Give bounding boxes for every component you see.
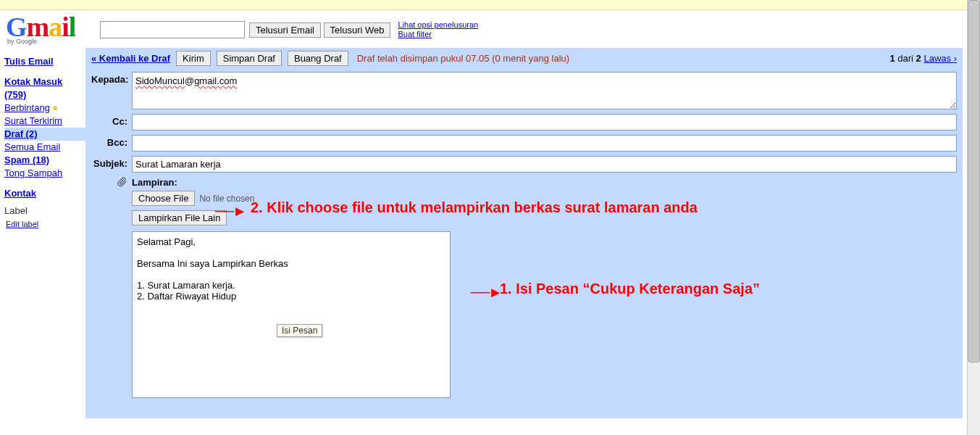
send-button[interactable]: Kirim xyxy=(176,51,211,66)
pager-mid: dari xyxy=(895,53,916,64)
search-input[interactable] xyxy=(100,21,245,38)
to-field[interactable]: SidoMuncul@gmail.com xyxy=(132,72,957,109)
annotation-arrow-2: ──► xyxy=(215,203,246,220)
bcc-field[interactable] xyxy=(132,135,957,152)
compose-toolbar: « Kembali ke Draf Kirim Simpan Draf Buan… xyxy=(85,48,963,69)
discard-draft-button[interactable]: Buang Draf xyxy=(288,51,348,66)
pager: 1 dari 2 Lawas › xyxy=(889,53,957,64)
attachment-heading: Lampiran: xyxy=(132,177,177,188)
search-email-button[interactable]: Telusuri Email xyxy=(249,22,321,38)
annotation-text-2: 2. Klik choose file untuk melampirkan be… xyxy=(251,199,698,216)
no-file-chosen-text: No file chosen xyxy=(199,194,254,204)
spam-link[interactable]: Spam (18) xyxy=(4,154,85,167)
isi-pesan-tooltip: Isi Pesan xyxy=(277,324,322,337)
compose-link[interactable]: Tulis Email xyxy=(4,55,85,68)
bcc-label: Bcc: xyxy=(91,135,132,148)
allmail-link[interactable]: Semua Email xyxy=(4,141,85,154)
labels-heading: Label xyxy=(4,204,85,218)
body-horizontal-scrollbar[interactable] xyxy=(132,398,451,411)
pager-total: 2 xyxy=(916,53,921,64)
top-notice-bar xyxy=(0,0,967,10)
to-label: Kepada: xyxy=(91,72,132,85)
subject-field[interactable] xyxy=(132,156,957,173)
annotation-arrow-1: ──► xyxy=(471,284,501,301)
paperclip-icon xyxy=(117,177,127,189)
content-area: « Kembali ke Draf Kirim Simpan Draf Buan… xyxy=(85,48,967,418)
back-to-drafts-link[interactable]: « Kembali ke Draf xyxy=(91,53,170,64)
contacts-link[interactable]: Kontak xyxy=(4,187,85,200)
trash-link[interactable]: Tong Sampah xyxy=(4,167,85,180)
cc-label: Cc: xyxy=(91,114,132,127)
draft-saved-status: Draf telah disimpan pukul 07.05 (0 menit… xyxy=(357,53,569,64)
star-icon: ★ xyxy=(51,104,59,112)
page-scrollbar-thumb[interactable] xyxy=(968,0,980,362)
search-web-button[interactable]: Telusuri Web xyxy=(324,22,391,38)
attach-another-file-button[interactable]: Lampirkan File Lain xyxy=(132,210,227,225)
subject-label: Subjek: xyxy=(91,156,132,169)
drafts-link[interactable]: Draf (2) xyxy=(4,128,85,141)
annotation-text-1: 1. Isi Pesan “Cukup Keterangan Saja” xyxy=(500,281,760,297)
show-search-options-link[interactable]: Lihat opsi penelusuran xyxy=(398,20,478,30)
choose-file-button[interactable]: Choose File xyxy=(132,191,195,206)
edit-label-link[interactable]: Edit label xyxy=(6,218,85,231)
create-filter-link[interactable]: Buat filter xyxy=(398,30,478,39)
gmail-logo: Gmail by Google xyxy=(6,14,100,45)
starred-link[interactable]: Berbintang xyxy=(4,102,50,113)
sent-link[interactable]: Surat Terkirim xyxy=(4,115,85,128)
save-draft-button[interactable]: Simpan Draf xyxy=(217,51,282,66)
older-link[interactable]: Lawas › xyxy=(924,53,957,64)
page-scrollbar[interactable] xyxy=(967,0,980,435)
compose-form: Kepada: SidoMuncul@gmail.com Cc: Bcc: Su… xyxy=(85,69,963,418)
header: Gmail by Google Telusuri Email Telusuri … xyxy=(0,10,967,48)
pager-current: 1 xyxy=(889,53,895,64)
cc-field[interactable] xyxy=(132,114,957,130)
sidebar: Tulis Email Kotak Masuk (759) Berbintang… xyxy=(0,48,85,418)
message-body-textarea[interactable]: Selamat Pagi, Bersama Ini saya Lampirkan… xyxy=(132,231,451,398)
inbox-link[interactable]: Kotak Masuk (759) xyxy=(4,75,85,102)
